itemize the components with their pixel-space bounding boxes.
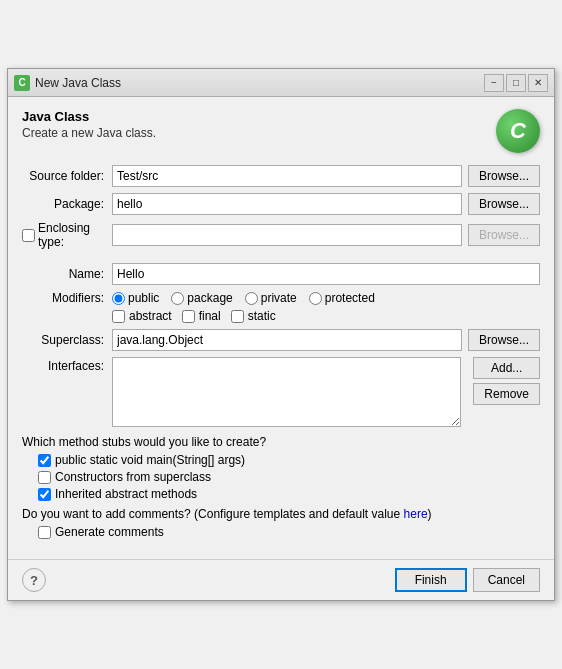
modifiers-row: Modifiers: public package private protec… [22, 291, 540, 305]
minimize-button[interactable]: − [484, 74, 504, 92]
name-row: Name: [22, 263, 540, 285]
enclosing-type-checkbox[interactable] [22, 229, 35, 242]
generate-comments-checkbox[interactable] [38, 526, 51, 539]
java-class-icon: C [496, 109, 540, 153]
generate-comments-text: Generate comments [55, 525, 164, 539]
modifier-public-radio[interactable] [112, 292, 125, 305]
header-section: Java Class Create a new Java class. C [22, 109, 540, 153]
maximize-button[interactable]: □ [506, 74, 526, 92]
comments-question: Do you want to add comments? (Configure … [22, 507, 540, 521]
dialog-subtitle: Create a new Java class. [22, 126, 156, 140]
modifier-final-label[interactable]: final [182, 309, 221, 323]
dialog-window: C New Java Class − □ ✕ Java Class Create… [7, 68, 555, 601]
modifier-package-text: package [187, 291, 232, 305]
enclosing-type-label[interactable]: Enclosing type: [38, 221, 104, 249]
modifier-protected-radio[interactable] [309, 292, 322, 305]
titlebar-icon: C [14, 75, 30, 91]
enclosing-checkbox-area: Enclosing type: [22, 221, 112, 249]
superclass-input[interactable] [112, 329, 462, 351]
stub-constructors-label[interactable]: Constructors from superclass [38, 470, 540, 484]
modifier-private-radio[interactable] [245, 292, 258, 305]
superclass-browse-button[interactable]: Browse... [468, 329, 540, 351]
modifiers2-group: abstract final static [112, 309, 540, 323]
modifier-static-label[interactable]: static [231, 309, 276, 323]
titlebar-controls: − □ ✕ [484, 74, 548, 92]
stub-inherited-text: Inherited abstract methods [55, 487, 197, 501]
source-folder-input[interactable] [112, 165, 462, 187]
package-browse-button[interactable]: Browse... [468, 193, 540, 215]
modifier-final-text: final [199, 309, 221, 323]
package-label: Package: [22, 197, 112, 211]
interfaces-remove-button[interactable]: Remove [473, 383, 540, 405]
name-label: Name: [22, 267, 112, 281]
header-text: Java Class Create a new Java class. [22, 109, 156, 140]
enclosing-type-input[interactable] [112, 224, 462, 246]
stub-main-text: public static void main(String[] args) [55, 453, 245, 467]
interfaces-buttons: Add... Remove [467, 357, 540, 405]
generate-comments-label[interactable]: Generate comments [38, 525, 540, 539]
comments-question-start: Do you want to add comments? (Configure … [22, 507, 404, 521]
titlebar-left: C New Java Class [14, 75, 121, 91]
comments-question-end: ) [428, 507, 432, 521]
stubs-section: Which method stubs would you like to cre… [22, 435, 540, 501]
interfaces-textarea[interactable] [112, 357, 461, 427]
interfaces-row: Interfaces: Add... Remove [22, 357, 540, 427]
source-folder-label: Source folder: [22, 169, 112, 183]
interfaces-add-button[interactable]: Add... [473, 357, 540, 379]
modifier-final-checkbox[interactable] [182, 310, 195, 323]
source-folder-row: Source folder: Browse... [22, 165, 540, 187]
dialog-title: Java Class [22, 109, 156, 124]
source-folder-browse-button[interactable]: Browse... [468, 165, 540, 187]
modifier-protected-label[interactable]: protected [309, 291, 375, 305]
stubs-question: Which method stubs would you like to cre… [22, 435, 540, 449]
dialog-content: Java Class Create a new Java class. C So… [8, 97, 554, 559]
modifiers-label: Modifiers: [22, 291, 112, 305]
titlebar-title: New Java Class [35, 76, 121, 90]
stubs-options: public static void main(String[] args) C… [38, 453, 540, 501]
help-button[interactable]: ? [22, 568, 46, 592]
package-row: Package: Browse... [22, 193, 540, 215]
stub-constructors-checkbox[interactable] [38, 471, 51, 484]
dialog-footer: ? Finish Cancel [8, 559, 554, 600]
modifier-private-label[interactable]: private [245, 291, 297, 305]
stub-main-checkbox[interactable] [38, 454, 51, 467]
comments-options: Generate comments [38, 525, 540, 539]
titlebar-icon-letter: C [18, 77, 25, 88]
modifier-package-label[interactable]: package [171, 291, 232, 305]
modifier-static-checkbox[interactable] [231, 310, 244, 323]
modifier-static-text: static [248, 309, 276, 323]
enclosing-type-row: Enclosing type: Browse... [22, 221, 540, 249]
footer-buttons: Finish Cancel [395, 568, 540, 592]
superclass-row: Superclass: Browse... [22, 329, 540, 351]
modifier-private-text: private [261, 291, 297, 305]
name-input[interactable] [112, 263, 540, 285]
comments-configure-link[interactable]: here [404, 507, 428, 521]
stub-constructors-text: Constructors from superclass [55, 470, 211, 484]
modifier-protected-text: protected [325, 291, 375, 305]
modifier-abstract-text: abstract [129, 309, 172, 323]
close-button[interactable]: ✕ [528, 74, 548, 92]
superclass-label: Superclass: [22, 333, 112, 347]
modifier-abstract-checkbox[interactable] [112, 310, 125, 323]
titlebar: C New Java Class − □ ✕ [8, 69, 554, 97]
package-input[interactable] [112, 193, 462, 215]
modifier-package-radio[interactable] [171, 292, 184, 305]
modifier-public-text: public [128, 291, 159, 305]
stub-main-label[interactable]: public static void main(String[] args) [38, 453, 540, 467]
finish-button[interactable]: Finish [395, 568, 467, 592]
stub-inherited-checkbox[interactable] [38, 488, 51, 501]
modifier-abstract-label[interactable]: abstract [112, 309, 172, 323]
cancel-button[interactable]: Cancel [473, 568, 540, 592]
comments-section: Do you want to add comments? (Configure … [22, 507, 540, 539]
stub-inherited-label[interactable]: Inherited abstract methods [38, 487, 540, 501]
interfaces-label: Interfaces: [22, 357, 112, 373]
enclosing-browse-button[interactable]: Browse... [468, 224, 540, 246]
modifiers-radio-group: public package private protected [112, 291, 375, 305]
modifier-public-label[interactable]: public [112, 291, 159, 305]
